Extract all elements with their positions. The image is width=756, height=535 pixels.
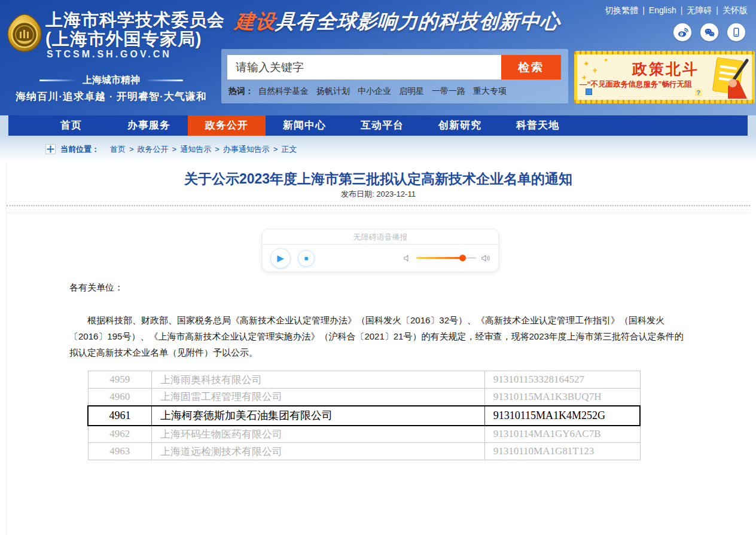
- slogan-rest: 具有全球影响力的科技创新中心: [275, 10, 562, 33]
- row-number: 4963: [88, 443, 152, 460]
- search-input[interactable]: [227, 55, 501, 80]
- banner-subtitle: —“不见面政务信息服务”畅行无阻: [580, 80, 692, 90]
- city-motto: 海纳百川·追求卓越 · 开明睿智·大气谦和: [0, 90, 222, 103]
- top-link-3[interactable]: 关怀版: [723, 5, 748, 15]
- table-row-4961[interactable]: 4961上海柯赛德斯加美石油集团有限公司91310115MA1K4M252G: [88, 406, 640, 426]
- breadcrumb-separator: >: [129, 145, 134, 154]
- publish-date-value: 2023-12-11: [376, 189, 416, 198]
- hotwords-row: 热词：自然科学基金扬帆计划中小企业启明星一带一路重大专项: [228, 86, 514, 97]
- site-domain: STCSM.SH.GOV.CN: [47, 49, 172, 60]
- company-table: 4959上海雨奥科技有限公司9131011533281645274960上海固雷…: [87, 371, 641, 460]
- article-body: 各有关单位： 根据科技部、财政部、国家税务总局《高新技术企业认定管理办法》（国科…: [69, 280, 691, 360]
- nav-item-4[interactable]: 互动平台: [343, 115, 421, 136]
- mobile-icon[interactable]: [727, 23, 745, 41]
- link-separator: |: [642, 5, 645, 15]
- sparkle-icon: ✚: [593, 68, 598, 74]
- nav-item-1[interactable]: 办事服务: [110, 115, 188, 136]
- article-area: 关于公示2023年度上海市第三批拟认定高新技术企业名单的通知 发布日期: 202…: [6, 163, 750, 535]
- wechat-icon[interactable]: [700, 23, 718, 41]
- credit-code: 91310114MA1GY6AC7B: [484, 426, 640, 443]
- volume-knob[interactable]: [459, 255, 466, 261]
- slogan-highlight: 建设: [234, 10, 277, 33]
- accessibility-audio-player: 无障碍语音播报 ▶ ■: [262, 229, 499, 272]
- search-panel: 检索 热词：自然科学基金扬帆计划中小企业启明星一带一路重大专项: [221, 49, 568, 103]
- table-row-4962: 4962上海环码生物医药有限公司91310114MA1GY6AC7B: [88, 426, 640, 443]
- credit-code: 913101153328164527: [484, 371, 640, 389]
- salutation: 各有关单位：: [69, 280, 691, 295]
- sparkle-icon: ✦: [603, 57, 608, 63]
- hotword-link-2[interactable]: 中小企业: [358, 86, 391, 96]
- table-row-4963: 4963上海道远检测技术有限公司91310110MA1G81T123: [88, 443, 640, 460]
- table-row-4959: 4959上海雨奥科技有限公司913101153328164527: [88, 371, 640, 389]
- breadcrumb-segment-1[interactable]: 政务公开: [138, 145, 169, 154]
- publish-date: 发布日期: 2023-12-11: [7, 189, 750, 200]
- credit-code: 91310115MA1K3BUQ7H: [484, 389, 640, 406]
- link-separator: |: [681, 5, 683, 15]
- city-spirit-label: 上海城市精神: [0, 74, 222, 87]
- decorative-rule: [146, 80, 183, 81]
- breadcrumb-segment-2[interactable]: 通知告示: [180, 145, 211, 154]
- banner-inner: ✦ ✚ ✦ ✚ 政策北斗 —“不见面政务信息服务”畅行无阻 ?: [577, 54, 752, 100]
- hotword-link-1[interactable]: 扬帆计划: [316, 86, 350, 96]
- volume-slider[interactable]: [416, 257, 476, 259]
- policy-beidou-banner[interactable]: ✦ ✚ ✦ ✚ 政策北斗 —“不见面政务信息服务”畅行无阻 ?: [574, 51, 755, 103]
- breadcrumb-label: 当前位置：: [60, 144, 99, 155]
- play-button[interactable]: ▶: [270, 248, 291, 268]
- top-link-0[interactable]: 切换繁體: [605, 5, 638, 15]
- calligraphy-slogan: 建设具有全球影响力的科技创新中心: [234, 8, 561, 35]
- link-separator: |: [716, 5, 718, 15]
- table-row-4960: 4960上海固雷工程管理有限公司91310115MA1K3BUQ7H: [88, 389, 640, 406]
- decorative-rule: [39, 80, 77, 81]
- hotword-link-5[interactable]: 重大专项: [473, 86, 507, 96]
- breadcrumb-separator: >: [215, 145, 220, 154]
- volume-group: [403, 253, 490, 263]
- audio-player-controls: ▶ ■: [263, 244, 498, 271]
- hotword-link-3[interactable]: 启明星: [399, 86, 424, 96]
- row-number: 4962: [88, 426, 152, 443]
- nav-item-2[interactable]: 政务公开: [188, 115, 266, 136]
- company-name: 上海固雷工程管理有限公司: [152, 389, 485, 406]
- search-button[interactable]: 检索: [501, 55, 561, 80]
- hotword-link-4[interactable]: 一带一路: [432, 86, 465, 96]
- audio-player-title: 无障碍语音播报: [263, 230, 498, 244]
- breadcrumb-segment-3[interactable]: 办事通知告示: [223, 145, 270, 154]
- hotword-link-0[interactable]: 自然科学基金: [258, 86, 309, 96]
- article-title: 关于公示2023年度上海市第三批拟认定高新技术企业名单的通知: [7, 170, 750, 188]
- company-name: 上海环码生物医药有限公司: [152, 426, 485, 443]
- org-name-line2: (上海市外国专家局): [45, 27, 202, 51]
- stop-button[interactable]: ■: [298, 250, 315, 267]
- nav-item-3[interactable]: 新闻中心: [266, 115, 343, 136]
- nav-item-0[interactable]: 首页: [32, 115, 110, 136]
- sparkle-icon: ✦: [583, 59, 590, 68]
- nav-item-5[interactable]: 创新研究: [421, 115, 499, 136]
- top-link-1[interactable]: English: [649, 5, 676, 15]
- row-number: 4959: [88, 371, 152, 389]
- breadcrumb-segment-0[interactable]: 首页: [110, 145, 126, 154]
- nav-item-6[interactable]: 科普天地: [499, 115, 577, 136]
- company-name: 上海柯赛德斯加美石油集团有限公司: [152, 406, 485, 426]
- publish-date-label: 发布日期:: [341, 189, 374, 198]
- nav-strip: 首页办事服务政务公开新闻中心互动平台创新研究科普天地: [0, 115, 756, 136]
- top-link-2[interactable]: 无障碍: [687, 5, 712, 15]
- body-paragraph: 根据科技部、财政部、国家税务总局《高新技术企业认定管理办法》（国科发火〔2016…: [69, 312, 691, 360]
- row-number: 4961: [88, 406, 152, 426]
- top-utility-links: 切换繁體|English|无障碍|关怀版: [605, 5, 748, 16]
- breadcrumb-separator: >: [273, 145, 278, 154]
- breadcrumb-segment-4[interactable]: 正文: [281, 145, 297, 154]
- banner-question-decoration: ?: [695, 89, 702, 96]
- volume-high-icon: [481, 253, 490, 263]
- hotwords-label: 热词：: [228, 86, 254, 96]
- company-name: 上海道远检测技术有限公司: [152, 443, 485, 460]
- credit-code: 91310110MA1G81T123: [484, 443, 640, 460]
- social-icons: [673, 23, 745, 41]
- volume-low-icon: [403, 254, 411, 262]
- page: 上海市科学技术委员会 (上海市外国专家局) STCSM.SH.GOV.CN 上海…: [0, 0, 756, 535]
- weibo-icon[interactable]: [673, 23, 691, 41]
- credit-code: 91310115MA1K4M252G: [484, 406, 640, 426]
- dotted-divider: [7, 205, 750, 206]
- site-header: 上海市科学技术委员会 (上海市外国专家局) STCSM.SH.GOV.CN 上海…: [0, 0, 756, 115]
- stcsm-logo-icon: [5, 12, 44, 54]
- banner-writing-hand-illustration: [704, 56, 751, 99]
- company-name: 上海雨奥科技有限公司: [152, 371, 485, 389]
- volume-fill: [416, 257, 463, 259]
